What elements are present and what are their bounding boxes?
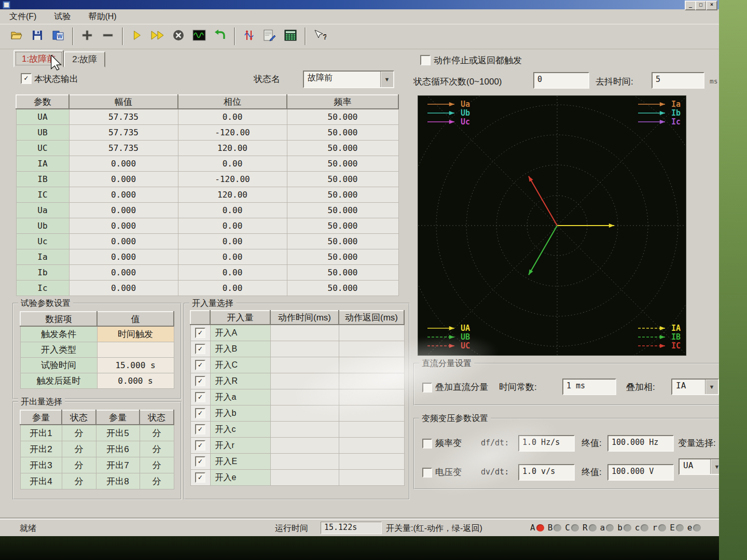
param-value[interactable]: 0.00 bbox=[178, 234, 287, 249]
harmonic-button[interactable] bbox=[239, 26, 259, 46]
action-time-cell[interactable] bbox=[270, 422, 339, 438]
param-value[interactable]: 50.000 bbox=[287, 203, 398, 218]
test-param-value[interactable]: 0.000 s bbox=[97, 373, 174, 389]
dvdt-input[interactable]: 1.0 v/s bbox=[518, 464, 575, 481]
action-return-cell[interactable] bbox=[339, 438, 404, 454]
output-state[interactable]: 分 bbox=[140, 441, 174, 457]
action-time-cell[interactable] bbox=[270, 438, 339, 454]
action-return-cell[interactable] bbox=[339, 422, 404, 438]
action-return-cell[interactable] bbox=[339, 405, 404, 422]
trigger-mode-checkbox[interactable] bbox=[420, 55, 431, 65]
action-time-cell[interactable] bbox=[270, 389, 339, 405]
chevron-down-icon[interactable]: ▼ bbox=[380, 72, 393, 87]
output-state[interactable]: 分 bbox=[62, 425, 96, 441]
action-return-cell[interactable] bbox=[339, 470, 404, 486]
param-value[interactable]: 0.000 bbox=[69, 234, 178, 249]
param-value[interactable]: 50.000 bbox=[287, 265, 398, 281]
param-value[interactable]: 50.000 bbox=[287, 281, 398, 296]
output-state[interactable]: 分 bbox=[140, 425, 174, 441]
run-button[interactable] bbox=[127, 26, 147, 46]
output-state[interactable]: 分 bbox=[140, 473, 174, 489]
remove-button[interactable] bbox=[98, 26, 118, 46]
menu-item-2[interactable]: 帮助(H) bbox=[86, 10, 118, 23]
param-value[interactable]: -120.00 bbox=[178, 172, 287, 187]
output-state[interactable]: 分 bbox=[62, 473, 96, 489]
param-value[interactable]: 50.000 bbox=[287, 187, 398, 203]
param-value[interactable]: 50.000 bbox=[287, 156, 398, 172]
param-value[interactable]: 0.000 bbox=[69, 249, 178, 265]
param-value[interactable]: 0.000 bbox=[69, 281, 178, 296]
undo-button[interactable] bbox=[210, 26, 230, 46]
dfdt-input[interactable]: 1.0 Hz/s bbox=[518, 435, 575, 452]
dc-time-constant-input[interactable]: 1 ms bbox=[562, 379, 616, 395]
param-value[interactable]: 0.000 bbox=[69, 203, 178, 218]
run-continuous-button[interactable] bbox=[147, 26, 168, 46]
param-value[interactable]: 0.00 bbox=[178, 218, 287, 234]
output-state[interactable]: 分 bbox=[62, 441, 96, 457]
add-button[interactable] bbox=[77, 26, 98, 46]
param-value[interactable]: 0.00 bbox=[178, 265, 287, 281]
state-name-dropdown[interactable]: 故障前 ▼ bbox=[303, 71, 394, 88]
param-value[interactable]: 0.000 bbox=[69, 172, 178, 187]
param-value[interactable]: 50.000 bbox=[287, 218, 398, 234]
help-button[interactable]: ? bbox=[309, 26, 330, 46]
input-checkbox[interactable]: ✓ bbox=[195, 360, 205, 370]
input-checkbox[interactable]: ✓ bbox=[195, 328, 205, 338]
output-state[interactable]: 分 bbox=[62, 457, 96, 473]
param-value[interactable]: 0.00 bbox=[178, 109, 287, 125]
param-value[interactable]: 120.00 bbox=[178, 187, 287, 203]
input-checkbox[interactable]: ✓ bbox=[195, 456, 205, 467]
action-time-cell[interactable] bbox=[270, 325, 339, 341]
open-button[interactable] bbox=[6, 26, 27, 46]
action-return-cell[interactable] bbox=[339, 341, 404, 357]
action-time-cell[interactable] bbox=[270, 341, 339, 357]
param-value[interactable]: 0.00 bbox=[178, 249, 287, 265]
param-value[interactable]: 50.000 bbox=[287, 109, 398, 125]
calculator-button[interactable] bbox=[280, 26, 301, 46]
variable-select-dropdown[interactable]: UA ▼ bbox=[679, 458, 724, 475]
input-checkbox[interactable]: ✓ bbox=[195, 408, 205, 418]
test-param-value[interactable]: 时间触发 bbox=[97, 326, 174, 342]
action-return-cell[interactable] bbox=[339, 373, 404, 389]
output-state[interactable]: 分 bbox=[140, 457, 174, 473]
stop-button[interactable] bbox=[168, 26, 189, 46]
debounce-input[interactable]: 5 bbox=[652, 72, 704, 89]
param-value[interactable]: 120.00 bbox=[178, 141, 287, 156]
input-checkbox[interactable]: ✓ bbox=[195, 472, 205, 483]
test-param-value[interactable]: 15.000 s bbox=[97, 358, 174, 373]
action-time-cell[interactable] bbox=[270, 405, 339, 422]
param-value[interactable]: 50.000 bbox=[287, 249, 398, 265]
volt-change-checkbox[interactable] bbox=[422, 468, 432, 478]
action-return-cell[interactable] bbox=[339, 454, 404, 470]
action-time-cell[interactable] bbox=[270, 470, 339, 486]
freq-change-checkbox[interactable] bbox=[422, 439, 432, 449]
input-checkbox[interactable]: ✓ bbox=[195, 424, 205, 435]
dc-phase-dropdown[interactable]: IA ▼ bbox=[671, 379, 719, 395]
action-time-cell[interactable] bbox=[270, 373, 339, 389]
param-value[interactable]: 0.000 bbox=[69, 218, 178, 234]
param-value[interactable]: 57.735 bbox=[69, 109, 178, 125]
action-return-cell[interactable] bbox=[339, 325, 404, 341]
menu-item-0[interactable]: 文件(F) bbox=[7, 10, 38, 23]
action-time-cell[interactable] bbox=[270, 357, 339, 373]
report-button[interactable] bbox=[259, 26, 280, 46]
param-value[interactable]: -120.00 bbox=[178, 125, 287, 141]
action-return-cell[interactable] bbox=[339, 357, 404, 373]
param-value[interactable]: 0.00 bbox=[178, 156, 287, 172]
param-value[interactable]: 50.000 bbox=[287, 234, 398, 249]
freq-end-input[interactable]: 100.000 Hz bbox=[607, 435, 674, 452]
volt-end-input[interactable]: 100.000 V bbox=[607, 464, 674, 481]
param-value[interactable]: 57.735 bbox=[69, 141, 178, 156]
param-value[interactable]: 0.000 bbox=[69, 187, 178, 203]
tab-2[interactable]: 2:故障 bbox=[64, 51, 105, 67]
input-checkbox[interactable]: ✓ bbox=[195, 376, 205, 386]
param-value[interactable]: 0.00 bbox=[178, 203, 287, 218]
param-value[interactable]: 0.000 bbox=[69, 265, 178, 281]
save-button[interactable] bbox=[27, 26, 48, 46]
input-checkbox[interactable]: ✓ bbox=[195, 344, 205, 354]
param-value[interactable]: 50.000 bbox=[287, 141, 398, 156]
param-value[interactable]: 57.735 bbox=[69, 125, 178, 141]
menu-item-1[interactable]: 试验 bbox=[52, 10, 73, 23]
state-output-checkbox[interactable]: ✓ bbox=[21, 73, 32, 84]
action-time-cell[interactable] bbox=[270, 454, 339, 470]
